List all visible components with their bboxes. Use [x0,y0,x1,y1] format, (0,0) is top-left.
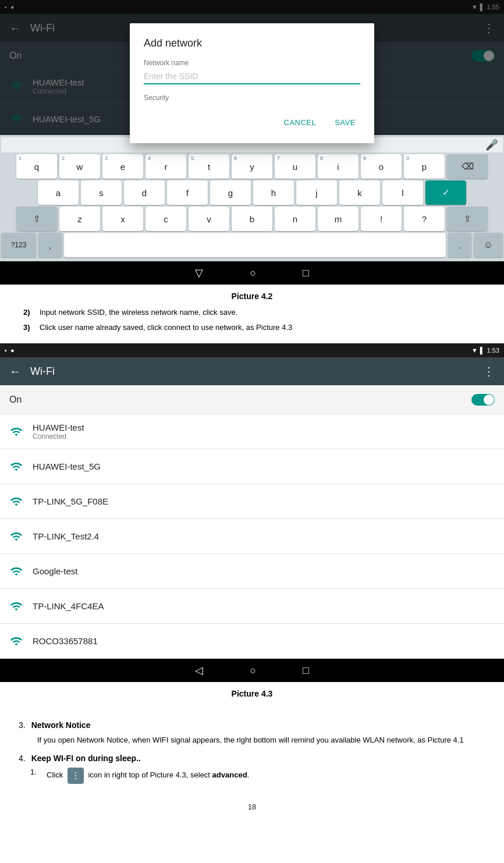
key-j[interactable]: j [296,180,337,205]
nav-recent-43[interactable]: □ [303,665,309,677]
network-info-43-5: TP-LINK_4FC4EA [33,601,495,611]
wifi-icon-43-3 [9,530,23,544]
keyboard-row3: ⇧ z x c v b n m ! ? ⇧ [1,207,503,231]
text-section: 3. Network Notice If you open Network No… [0,711,504,798]
key-n[interactable]: n [275,207,315,231]
key-shift-left[interactable]: ⇧ [16,207,57,231]
wifi-status-icon-43: ● [10,347,15,354]
status-bar-left-43: ▪ ● [5,347,15,354]
key-x[interactable]: x [102,207,143,231]
nav-home-42[interactable]: ○ [250,267,256,279]
section3-num: 3. [19,720,26,730]
key-enter[interactable]: ✓ [425,180,466,205]
network-item-43-3[interactable]: TP-LINK_Test2.4 [0,519,504,554]
key-g[interactable]: g [210,180,251,205]
key-f[interactable]: f [167,180,208,205]
page-number: 18 [0,798,504,816]
nav-home-43[interactable]: ○ [250,665,256,677]
key-emoji[interactable]: ☺ [474,233,503,257]
key-exclaim[interactable]: ! [361,207,402,231]
key-space[interactable] [64,233,446,257]
network-info-43-3: TP-LINK_Test2.4 [33,531,495,541]
network-item-43-2[interactable]: TP-LINK_5G_F08E [0,484,504,519]
section4-item1-num: 1. [30,768,42,784]
key-p[interactable]: 0p [404,154,445,179]
picture-43-screen: ▪ ● ▼ ▌ 1:53 ← Wi-Fi ⋮ [0,343,504,385]
key-period[interactable]: . [448,233,471,257]
keyboard-42: 🎤 1q 2w 3e 4r 5t 6y 7u 8i 9o 0p ⌫ a s d … [0,135,504,261]
section3-text: If you open Network Notice, when WIFI si… [37,734,485,747]
menu-button-43[interactable]: ⋮ [483,364,495,378]
sim-icon-43: ▪ [5,347,7,354]
network-info-43-6: ROCO33657881 [33,636,495,646]
section3-body: If you open Network Notice, when WIFI si… [19,734,485,747]
network-item-43-5[interactable]: TP-LINK_4FC4EA [0,589,504,624]
wifi-icon-43-5 [9,599,23,613]
nav-recent-42[interactable]: □ [303,267,309,279]
section4-title-row: 4. Keep WI-FI on during sleep.. [19,754,485,763]
picture-42-screen: ▪ ● ▼ ▌ 1:55 ← Wi-Fi ⋮ On HUAWEI-test Co… [0,0,504,135]
key-e[interactable]: 3e [102,154,143,179]
wifi-icon-43-0 [9,425,23,439]
network-item-43-1[interactable]: HUAWEI-test_5G [0,449,504,484]
key-v[interactable]: v [189,207,229,231]
key-c[interactable]: c [145,207,186,231]
security-label: Security [144,94,360,102]
network-item-43-0[interactable]: HUAWEI-test Connected [0,414,504,449]
status-bar-right-43: ▼ ▌ 1:53 [471,347,499,354]
network-item-43-4[interactable]: Google-test [0,554,504,589]
key-q[interactable]: 1q [16,154,57,179]
key-shift-right[interactable]: ⇧ [447,207,488,231]
section4-num: 4. [19,754,26,763]
caption-42-num-2: 2) [23,307,35,318]
key-comma[interactable]: , [38,233,62,257]
key-b[interactable]: b [232,207,272,231]
wifi-icon-43-6 [9,634,23,648]
back-button-43[interactable]: ← [9,365,21,378]
key-z[interactable]: z [59,207,100,231]
key-question[interactable]: ? [404,207,445,231]
key-backspace[interactable]: ⌫ [447,154,488,179]
key-sym[interactable]: ?123 [1,233,36,257]
wifi-icon-43-2 [9,495,23,509]
save-button[interactable]: SAVE [330,116,360,129]
key-h[interactable]: h [253,180,294,205]
modal-actions: CANCEL SAVE [144,116,360,129]
section4-item1: 1. Click icon in right top of Picture 4.… [19,768,485,784]
network-item-43-6[interactable]: ROCO33657881 [0,624,504,659]
key-k[interactable]: k [339,180,380,205]
key-t[interactable]: 5t [189,154,229,179]
modal-title: Add network [144,37,360,49]
key-o[interactable]: 9o [361,154,402,179]
caption-43-title: Picture 4.3 [12,689,492,698]
battery-icon-43: ▌ [480,347,485,354]
key-u[interactable]: 7u [275,154,315,179]
key-w[interactable]: 2w [59,154,100,179]
key-a[interactable]: a [38,180,79,205]
nav-back-42[interactable]: ▽ [195,267,203,279]
wifi-list-43: HUAWEI-test Connected HUAWEI-test_5G TP-… [0,414,504,659]
cancel-button[interactable]: CANCEL [279,116,321,129]
caption-42-item-2: 2) Input network SSID, the wireless netw… [23,307,492,318]
ssid-input[interactable] [144,69,360,84]
key-d[interactable]: d [124,180,165,205]
svg-point-1 [75,775,76,776]
nav-bar-43: ◁ ○ □ [0,659,504,682]
nav-back-43[interactable]: ◁ [195,664,203,677]
key-y[interactable]: 6y [232,154,272,179]
key-l[interactable]: l [382,180,423,205]
key-m[interactable]: m [318,207,359,231]
caption-42-text-2: Input network SSID, the wireless network… [40,307,237,318]
section3-title-row: 3. Network Notice [19,720,485,730]
key-r[interactable]: 4r [145,154,186,179]
wifi-on-row-43: On [0,385,504,414]
wifi-toggle-43[interactable] [471,394,495,406]
key-s[interactable]: s [81,180,122,205]
network-info-43-2: TP-LINK_5G_F08E [33,496,495,506]
network-info-43-1: HUAWEI-test_5G [33,461,495,471]
section4-heading: Keep WI-FI on during sleep.. [31,754,141,763]
mic-icon[interactable]: 🎤 [485,138,498,151]
caption-42-list: 2) Input network SSID, the wireless netw… [12,307,492,333]
key-i[interactable]: 8i [318,154,359,179]
signal-icon-43: ▼ [471,347,478,354]
